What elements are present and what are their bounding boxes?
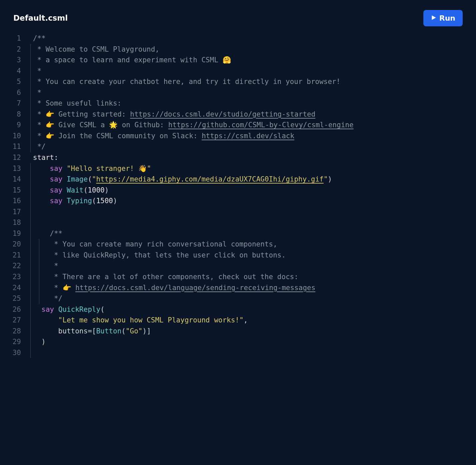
token: https://media4.giphy.com/media/dzaUX7CAG… [96,175,324,183]
token: ( [84,186,88,194]
code-content[interactable]: say "Hello stranger! 👋" [28,163,476,174]
line-number: 12 [0,152,28,163]
code-line[interactable]: 7 * Some useful links: [0,98,476,109]
code-line[interactable]: 13 say "Hello stranger! 👋" [0,163,476,174]
code-line[interactable]: 24 * 👉 https://docs.csml.dev/language/se… [0,282,476,293]
indent-guide [30,185,31,196]
code-line[interactable]: 20 * You can create many rich conversati… [0,239,476,250]
code-content[interactable] [28,347,476,358]
code-line[interactable]: 22 * [0,260,476,271]
token: ( [92,197,96,205]
code-content[interactable]: * There are a lot of other components, c… [28,271,476,282]
token: * like QuickReply, that lets the user cl… [50,251,286,259]
line-number: 6 [0,87,28,98]
token: * 👉 Getting started: [33,110,130,118]
code-line[interactable]: 11 */ [0,141,476,152]
code-line[interactable]: 18 [0,217,476,228]
line-number: 11 [0,141,28,152]
code-line[interactable]: 10 * 👉 Join the CSML community on Slack:… [0,131,476,142]
code-line[interactable]: 14 say Image("https://media4.giphy.com/m… [0,174,476,185]
indent-guide [39,239,39,250]
code-line[interactable]: 15 say Wait(1000) [0,185,476,196]
code-content[interactable]: * You can create many rich conversationa… [28,239,476,250]
code-content[interactable]: ) [28,336,476,347]
code-content[interactable]: * 👉 Give CSML a 🌟 on Github: https://git… [28,120,476,131]
token: Typing [67,197,92,205]
code-editor[interactable]: 1/**2 * Welcome to CSML Playground,3 * a… [0,30,476,365]
code-line[interactable]: 9 * 👉 Give CSML a 🌟 on Github: https://g… [0,120,476,131]
code-line[interactable]: 8 * 👉 Getting started: https://docs.csml… [0,109,476,120]
code-content[interactable] [28,217,476,228]
code-content[interactable]: /** [28,33,476,44]
code-content[interactable]: * [28,260,476,271]
code-line[interactable]: 17 [0,207,476,218]
indent-guide [39,282,39,293]
code-line[interactable]: 27 "Let me show you how CSML Playground … [0,315,476,326]
token: ) [113,197,117,205]
code-content[interactable]: * a space to learn and experiment with C… [28,55,476,66]
token: buttons [58,327,88,335]
token: * [33,67,41,75]
token: " [92,175,96,183]
indent-guide [30,109,31,120]
code-content[interactable]: start: [28,152,476,163]
code-line[interactable]: 2 * Welcome to CSML Playground, [0,44,476,55]
token: start: [33,154,58,162]
code-content[interactable]: say QuickReply( [28,304,476,315]
indent-guide [30,196,31,207]
run-button[interactable]: Run [423,10,463,26]
code-line[interactable]: 28 buttons=[Button("Go")] [0,326,476,337]
code-content[interactable]: say Wait(1000) [28,185,476,196]
code-content[interactable]: */ [28,141,476,152]
line-number: 17 [0,207,28,218]
line-number: 1 [0,33,28,44]
code-line[interactable]: 26 say QuickReply( [0,304,476,315]
indent-guide [30,55,31,66]
indent-guide [30,76,31,87]
indent-guide [30,250,31,261]
token: "Let me show you how CSML Playground wor… [58,316,243,324]
indent-guide [30,98,31,109]
code-line[interactable]: 4 * [0,66,476,77]
code-content[interactable]: say Typing(1500) [28,196,476,207]
token: https://github.com/CSML-by-Clevy/csml-en… [168,121,353,129]
code-content[interactable]: buttons=[Button("Go")] [28,326,476,337]
code-line[interactable]: 5 * You can create your chatbot here, an… [0,76,476,87]
indent-guide [30,315,31,326]
indent-guide [30,326,31,337]
code-line[interactable]: 12start: [0,152,476,163]
code-content[interactable] [28,207,476,218]
token: /** [33,34,46,42]
code-content[interactable]: say Image("https://media4.giphy.com/medi… [28,174,476,185]
token: * There are a lot of other components, c… [50,273,298,281]
code-line[interactable]: 19 /** [0,228,476,239]
indent-guide [30,293,31,304]
code-line[interactable]: 30 [0,347,476,358]
indent-guide [30,228,31,239]
code-content[interactable]: * 👉 Getting started: https://docs.csml.d… [28,109,476,120]
code-content[interactable]: * Some useful links: [28,98,476,109]
code-line[interactable]: 21 * like QuickReply, that lets the user… [0,250,476,261]
token: , [243,316,248,324]
code-line[interactable]: 16 say Typing(1500) [0,196,476,207]
indent-guide [30,163,31,174]
code-line[interactable]: 3 * a space to learn and experiment with… [0,55,476,66]
code-content[interactable]: /** [28,228,476,239]
code-content[interactable]: * Welcome to CSML Playground, [28,44,476,55]
code-content[interactable]: * [28,87,476,98]
code-line[interactable]: 6 * [0,87,476,98]
play-icon [431,14,437,22]
code-content[interactable]: * You can create your chatbot here, and … [28,76,476,87]
code-content[interactable]: */ [28,293,476,304]
code-line[interactable]: 29 ) [0,336,476,347]
code-line[interactable]: 1/** [0,33,476,44]
code-content[interactable]: "Let me show you how CSML Playground wor… [28,315,476,326]
indent-guide [30,239,31,250]
code-content[interactable]: * 👉 https://docs.csml.dev/language/sendi… [28,282,476,293]
code-content[interactable]: * [28,66,476,77]
code-line[interactable]: 23 * There are a lot of other components… [0,271,476,282]
line-number: 27 [0,315,28,326]
code-line[interactable]: 25 */ [0,293,476,304]
code-content[interactable]: * 👉 Join the CSML community on Slack: ht… [28,131,476,142]
code-content[interactable]: * like QuickReply, that lets the user cl… [28,250,476,261]
